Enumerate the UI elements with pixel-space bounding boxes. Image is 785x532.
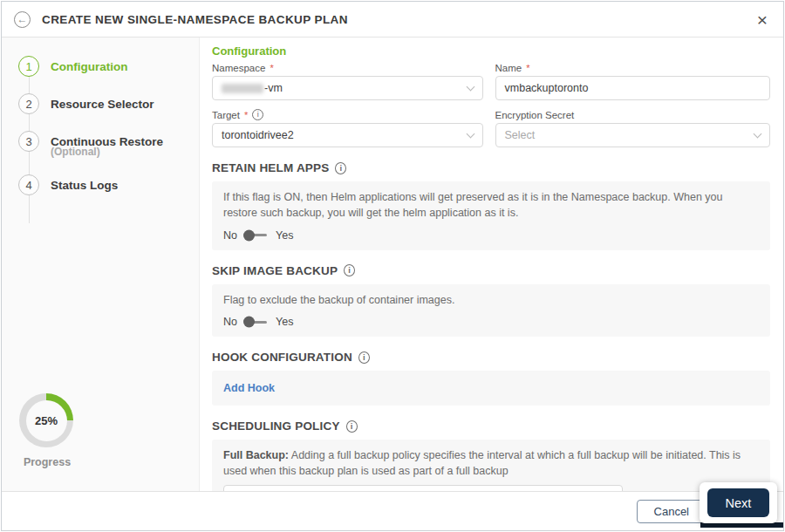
chevron-down-icon	[466, 83, 474, 92]
name-label: Name*	[495, 63, 770, 72]
close-button[interactable]: ×	[757, 10, 768, 29]
step-label: Status Logs	[51, 179, 118, 192]
step-optional-label: (Optional)	[51, 146, 190, 158]
chevron-down-icon	[466, 130, 474, 139]
retain-helm-section-title: RETAIN HELM APPS i	[212, 161, 770, 174]
name-input[interactable]: vmbackuptoronto	[495, 76, 770, 100]
next-button-callout: Next	[700, 482, 777, 523]
close-icon: ×	[757, 10, 768, 30]
toggle-knob	[243, 229, 255, 241]
hook-panel: Add Hook	[212, 371, 770, 406]
step-number-badge: 4	[18, 174, 39, 195]
required-asterisk: *	[270, 63, 273, 73]
retain-helm-toggle[interactable]: No Yes	[223, 229, 759, 242]
retain-helm-description: If this flag is ON, then Helm applicatio…	[223, 190, 759, 222]
step-number-badge: 1	[18, 56, 39, 77]
skip-image-section-title: SKIP IMAGE BACKUP i	[212, 264, 770, 277]
skip-image-toggle[interactable]: No Yes	[223, 316, 759, 328]
namespace-select[interactable]: -vm	[212, 76, 483, 100]
toggle-track	[246, 321, 267, 324]
toggle-no-label: No	[223, 316, 237, 328]
encryption-secret-placeholder: Select	[505, 129, 536, 141]
back-button[interactable]: ←	[14, 11, 31, 28]
encryption-secret-label: Encryption Secret	[495, 110, 770, 119]
dialog-header: ← CREATE NEW SINGLE-NAMESPACE BACKUP PLA…	[2, 2, 783, 38]
required-asterisk: *	[244, 110, 248, 120]
toggle-yes-label: Yes	[276, 316, 293, 328]
name-value: vmbackuptoronto	[505, 82, 589, 94]
form-row-2: Target* i torontoidrivee2 Encryption Sec…	[212, 110, 770, 147]
skip-image-description: Flag to exclude the backup of container …	[223, 293, 759, 309]
wizard-sidebar: 1 Configuration 2 Resource Selector 3 Co…	[2, 38, 200, 491]
chevron-down-icon	[754, 130, 762, 139]
step-configuration[interactable]: 1 Configuration	[18, 56, 190, 77]
target-select[interactable]: torontoidrivee2	[212, 123, 483, 147]
required-asterisk: *	[526, 63, 529, 73]
step-number-badge: 3	[18, 131, 39, 152]
toggle-knob	[243, 317, 255, 328]
page-title: CREATE NEW SINGLE-NAMESPACE BACKUP PLAN	[42, 13, 348, 26]
encryption-secret-select[interactable]: Select	[495, 123, 770, 147]
wizard-stepper: 1 Configuration 2 Resource Selector 3 Co…	[18, 56, 190, 212]
progress-label: Progress	[19, 456, 75, 468]
target-info-icon[interactable]: i	[252, 109, 263, 120]
cancel-button[interactable]: Cancel	[637, 500, 706, 523]
toggle-track	[246, 234, 267, 236]
toggle-yes-label: Yes	[276, 229, 293, 242]
namespace-value-suffix: -vm	[264, 82, 283, 94]
progress-ring: 25%	[19, 393, 73, 447]
redacted-namespace-text	[222, 84, 263, 93]
scheduling-section-title: SCHEDULING POLICY i	[212, 419, 770, 433]
step-number-badge: 2	[18, 93, 39, 114]
retain-helm-panel: If this flag is ON, then Helm applicatio…	[212, 181, 770, 250]
progress-indicator: 25% Progress	[19, 393, 75, 468]
namespace-field: Namespace* -vm	[212, 63, 483, 100]
form-row-1: Namespace* -vm Name* vmbackuptoronto	[212, 63, 770, 100]
scheduling-info-icon[interactable]: i	[346, 420, 358, 433]
retain-helm-info-icon[interactable]: i	[335, 162, 346, 174]
backup-plan-dialog: ← CREATE NEW SINGLE-NAMESPACE BACKUP PLA…	[1, 1, 784, 531]
full-backup-label: Full Backup:	[223, 449, 289, 461]
hook-info-icon[interactable]: i	[358, 351, 370, 364]
target-label: Target* i	[212, 110, 483, 119]
target-value: torontoidrivee2	[222, 129, 294, 141]
dialog-footer: Cancel	[2, 491, 783, 530]
encryption-secret-field: Encryption Secret Select	[495, 110, 770, 147]
add-hook-link[interactable]: Add Hook	[223, 382, 275, 394]
hook-section-title: HOOK CONFIGURATION i	[212, 351, 770, 364]
configuration-form: Configuration Namespace* -vm Name* vmbac…	[201, 38, 783, 491]
skip-image-panel: Flag to exclude the backup of container …	[212, 284, 770, 338]
namespace-label: Namespace*	[212, 63, 483, 72]
full-backup-description: Full Backup: Adding a full backup policy…	[223, 448, 759, 480]
next-button[interactable]: Next	[707, 488, 769, 517]
config-section-title: Configuration	[212, 44, 770, 58]
step-resource-selector[interactable]: 2 Resource Selector	[18, 93, 190, 114]
toggle-no-label: No	[223, 229, 237, 242]
scheduling-panel: Full Backup: Adding a full backup policy…	[212, 440, 770, 491]
progress-percent: 25%	[26, 400, 67, 441]
name-field: Name* vmbackuptoronto	[495, 63, 770, 100]
policy-select[interactable]: daily ×	[223, 485, 623, 491]
step-label: Resource Selector	[51, 98, 154, 111]
step-label: Configuration	[51, 60, 127, 73]
back-arrow-icon: ←	[17, 14, 28, 24]
target-field: Target* i torontoidrivee2	[212, 110, 483, 147]
skip-image-info-icon[interactable]: i	[344, 264, 355, 276]
step-status-logs[interactable]: 4 Status Logs	[18, 174, 190, 195]
